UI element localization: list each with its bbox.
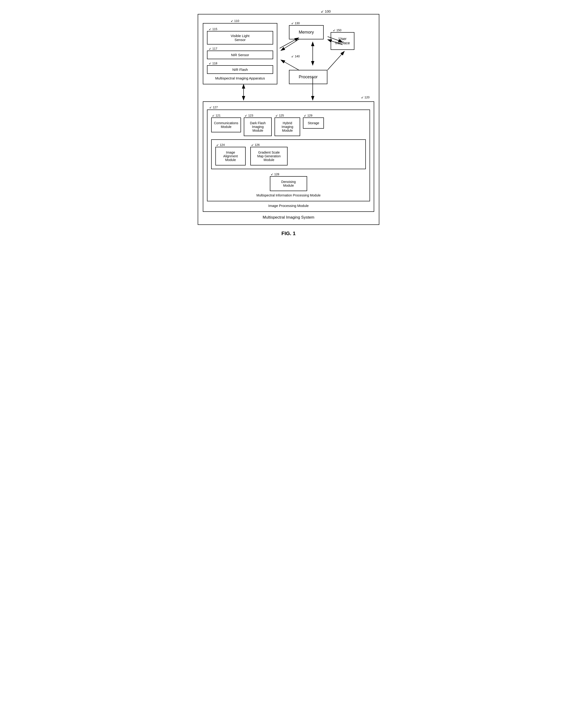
storage-section: ↙ 129 Storage [303,114,324,129]
top-modules-row: ↙ 121 Communications Module ↙ 123 Dark F… [211,114,366,136]
image-processing-section: ↙ 120 ↙ 127 ↙ 121 Communications Module [203,96,374,212]
image-alignment-section: ↙ 124 Image Alignment Module [215,143,246,165]
right-components: ↙ 130 Memory ↙ 150 User Interface [289,21,374,84]
memory-box: Memory [289,25,324,40]
nir-sensor-section: ↙ 117 NIR Sensor [207,47,273,59]
gradient-scale-section: ↙ 126 Gradient Scale Map Generation Modu… [250,143,287,165]
msip-label: Multispectral Information Processing Mod… [211,193,366,197]
denoising-box: Denoising Module [270,176,307,191]
dark-flash-section: ↙ 123 Dark Flash Imaging Module [244,114,272,136]
nir-flash-section: ↙ 118 NIR Flash [207,61,273,74]
ref-100: ↙ 100 [321,9,331,14]
image-processing-box: ↙ 127 ↙ 121 Communications Module [203,101,374,212]
gradient-scale-box: Gradient Scale Map Generation Module [250,147,287,165]
multispectral-imaging-system-box: ↙ 110 ↙ 115 Visible Light Sensor ↙ 117 [198,14,379,225]
page-container: ↙ 100 [198,9,379,236]
fig-label: FIG. 1 [281,231,296,236]
visible-light-sensor-section: ↙ 115 Visible Light Sensor [207,27,273,45]
msip-box: ↙ 121 Communications Module ↙ 123 Dark F… [207,109,370,201]
spacer-arrows [203,89,374,96]
apparatus-box: ↙ 115 Visible Light Sensor ↙ 117 NIR Sen… [203,23,277,84]
processor-section: ↙ 140 Processor [289,54,374,84]
hybrid-imaging-section: ↙ 125 Hybrid Imaging Module [275,114,300,136]
visible-light-sensor-box: Visible Light Sensor [207,31,273,45]
alignment-gradient-box: ↙ 124 Image Alignment Module ↙ 126 [211,139,366,169]
nir-flash-box: NIR Flash [207,65,273,74]
apparatus-label: Multispectral Imaging Apparatus [207,76,273,80]
system-label: Multispectral Imaging System [203,215,374,220]
apparatus-section: ↙ 110 ↙ 115 Visible Light Sensor ↙ 117 [203,19,277,84]
storage-box: Storage [303,118,324,129]
image-processing-label: Image Processing Module [207,204,370,208]
image-alignment-box: Image Alignment Module [215,147,246,165]
top-region: ↙ 110 ↙ 115 Visible Light Sensor ↙ 117 [203,19,374,84]
dark-flash-box: Dark Flash Imaging Module [244,118,272,136]
memory-ui-row: ↙ 130 Memory ↙ 150 User Interface [289,21,374,50]
hybrid-imaging-box: Hybrid Imaging Module [275,118,300,136]
ui-box: User Interface [331,32,354,50]
processor-box: Processor [289,70,327,84]
ui-section: ↙ 150 User Interface [331,28,354,50]
memory-section: ↙ 130 Memory [289,21,324,40]
apparatus-inner: ↙ 115 Visible Light Sensor ↙ 117 NIR Sen… [207,27,273,74]
communications-section: ↙ 121 Communications Module [211,114,241,132]
denoising-section: ↙ 128 Denoising Module [211,173,366,191]
nir-sensor-box: NIR Sensor [207,51,273,59]
msip-section: ↙ 127 ↙ 121 Communications Module [207,106,370,201]
communications-box: Communications Module [211,118,241,132]
bottom-modules-section: ↙ 124 Image Alignment Module ↙ 126 [211,139,366,169]
